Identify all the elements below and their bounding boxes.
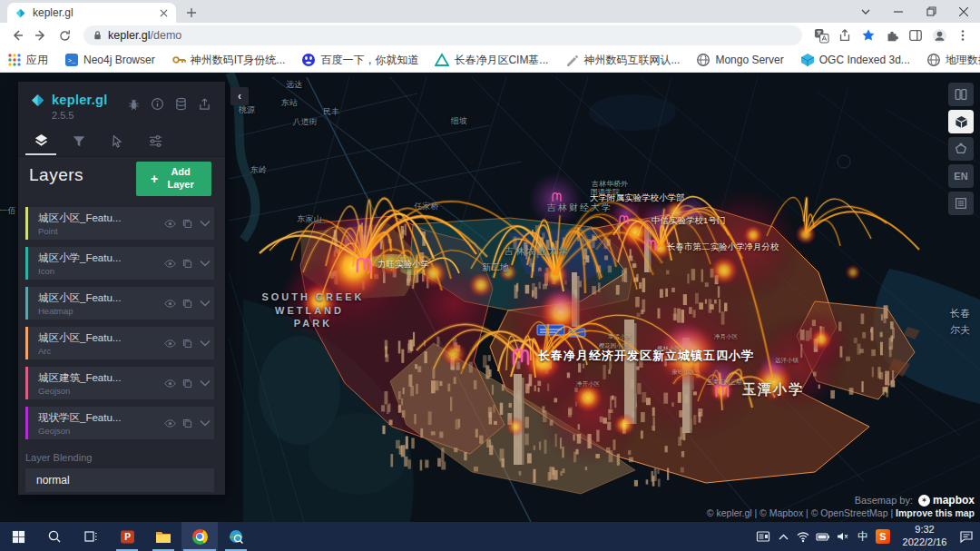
tab-basemap-settings[interactable] (140, 127, 171, 155)
bookmark-label: 神州数码IT身份统... (191, 53, 286, 68)
database-icon[interactable] (169, 94, 192, 113)
bookmark-label: 神州数码互联网认... (583, 53, 680, 68)
profile-avatar[interactable] (927, 24, 951, 47)
export-share-icon[interactable] (192, 94, 216, 113)
start-button[interactable] (0, 522, 36, 551)
layer-row[interactable]: 城区建筑_Featu...Geojson (25, 367, 214, 399)
duplicate-layer-icon[interactable] (180, 296, 195, 310)
visibility-eye-icon[interactable] (162, 296, 178, 310)
tab-layers[interactable] (25, 127, 56, 155)
legend-button[interactable] (948, 192, 974, 215)
close-button[interactable] (947, 0, 980, 23)
duplicate-layer-icon[interactable] (180, 416, 195, 430)
chevron-down-icon[interactable] (197, 336, 212, 350)
bookmark-item[interactable]: 神州数码互联网认... (564, 53, 680, 68)
bookmark-item[interactable]: Mongo Server (696, 53, 783, 68)
tab-interactions[interactable] (102, 127, 132, 155)
tab-close-icon[interactable] (160, 9, 168, 17)
bookmarks-bar: 应用>_Neo4j Browser神州数码IT身份统...百度一下，你就知道长春… (0, 48, 980, 73)
ime-indicator[interactable]: 中 (853, 522, 873, 551)
docs-info-icon[interactable] (145, 94, 169, 113)
layer-row[interactable]: 城区小区_Featu...Point (25, 207, 214, 240)
layer-name: 城区小区_Featu... (38, 291, 162, 305)
news-widget-icon[interactable] (753, 522, 773, 551)
chevron-down-icon[interactable] (197, 256, 212, 271)
bookmark-item[interactable]: >_Neo4j Browser (64, 53, 155, 68)
improve-map-link[interactable]: Improve this map (896, 507, 975, 518)
chevron-down-icon[interactable] (197, 216, 212, 231)
toggle-3d-button[interactable] (948, 110, 974, 133)
visibility-eye-icon[interactable] (162, 216, 178, 231)
chevron-down-icon[interactable] (197, 416, 212, 430)
taskbar-search-icon[interactable] (36, 522, 73, 551)
wifi-icon[interactable] (793, 522, 813, 551)
gis-app-taskbar-icon[interactable] (218, 522, 254, 551)
bookmark-item[interactable]: 百度一下，你就知道 (301, 53, 418, 68)
sidebar-collapse-button[interactable]: ‹ (230, 87, 249, 105)
duplicate-layer-icon[interactable] (180, 216, 195, 231)
battery-icon[interactable] (813, 522, 833, 551)
add-layer-button[interactable]: + Add Layer (136, 162, 211, 196)
bookmark-item[interactable]: 应用 (7, 53, 48, 68)
svg-text:>_: >_ (68, 57, 76, 64)
layer-type: Geojson (38, 426, 162, 436)
visibility-eye-icon[interactable] (162, 376, 178, 390)
taskbar-clock[interactable]: 9:32 2022/2/16 (897, 524, 953, 549)
chevron-down-icon[interactable] (197, 376, 212, 390)
bookmark-item[interactable]: 长春净月区CIM基... (435, 53, 548, 68)
browser-tab[interactable]: kepler.gl (7, 3, 176, 23)
translate-icon[interactable] (809, 24, 833, 47)
tab-title: kepler.gl (33, 6, 160, 19)
chrome-taskbar-icon[interactable] (181, 522, 218, 551)
draw-polygon-button[interactable] (948, 137, 974, 161)
visibility-eye-icon[interactable] (162, 416, 178, 430)
bookmark-item[interactable]: OGC Indexed 3d... (800, 53, 910, 68)
tab-filters[interactable] (64, 127, 94, 155)
bookmark-item[interactable]: 地理数据库管理—... (926, 53, 980, 68)
address-bar[interactable]: kepler.gl/demo (83, 25, 802, 45)
chevron-down-icon[interactable] (197, 296, 212, 310)
duplicate-layer-icon[interactable] (180, 376, 195, 390)
tray-chevron-up-icon[interactable] (773, 522, 793, 551)
action-center-icon[interactable] (956, 522, 976, 551)
volume-muted-icon[interactable] (833, 522, 853, 551)
bug-report-icon[interactable] (122, 94, 145, 113)
layer-type: Heatmap (38, 306, 162, 316)
reload-button[interactable] (53, 24, 76, 47)
layer-row[interactable]: 城区小区_Featu...Heatmap (25, 287, 214, 320)
duplicate-layer-icon[interactable] (180, 336, 195, 350)
mapbox-wordmark: mapbox (933, 494, 975, 507)
mapbox-logo[interactable]: ✶ mapbox (918, 494, 975, 507)
forward-button[interactable] (29, 24, 53, 47)
menu-kebab-icon[interactable] (951, 24, 975, 47)
layer-color-bar (25, 407, 28, 439)
new-tab-button[interactable] (183, 5, 200, 21)
locale-button[interactable]: EN (948, 164, 974, 188)
powerpoint-taskbar-icon[interactable]: P (109, 522, 145, 551)
side-panel-icon[interactable] (904, 24, 927, 47)
share-icon[interactable] (833, 24, 857, 47)
extensions-puzzle-icon[interactable] (880, 24, 904, 47)
visibility-eye-icon[interactable] (162, 336, 178, 350)
tab-search-icon[interactable] (849, 0, 882, 23)
layer-blending-select[interactable]: normal (25, 468, 214, 492)
file-explorer-taskbar-icon[interactable] (145, 522, 181, 551)
layer-row[interactable]: 城区小区_Featu...Arc (25, 327, 214, 359)
restore-button[interactable] (915, 0, 947, 23)
basemap-by-label: Basemap by: (855, 495, 913, 506)
lock-icon (93, 30, 103, 41)
bookmark-item[interactable]: 神州数码IT身份统... (172, 53, 286, 68)
layer-row[interactable]: 现状学区_Featu...Geojson (25, 407, 214, 439)
split-map-button[interactable] (948, 83, 974, 106)
attribution-text[interactable]: © kepler.gl | © Mapbox | © OpenStreetMap… (707, 507, 896, 518)
layer-row[interactable]: 城区小学_Featu...Icon (25, 247, 214, 280)
visibility-eye-icon[interactable] (162, 256, 178, 271)
layer-type: Geojson (38, 386, 162, 396)
triangle-icon (435, 53, 449, 67)
task-view-icon[interactable] (73, 522, 109, 551)
back-button[interactable] (5, 24, 29, 47)
minimize-button[interactable] (882, 0, 915, 23)
bookmark-star-icon[interactable] (857, 24, 880, 47)
sogou-input-icon[interactable]: S (873, 522, 893, 551)
duplicate-layer-icon[interactable] (180, 256, 195, 271)
